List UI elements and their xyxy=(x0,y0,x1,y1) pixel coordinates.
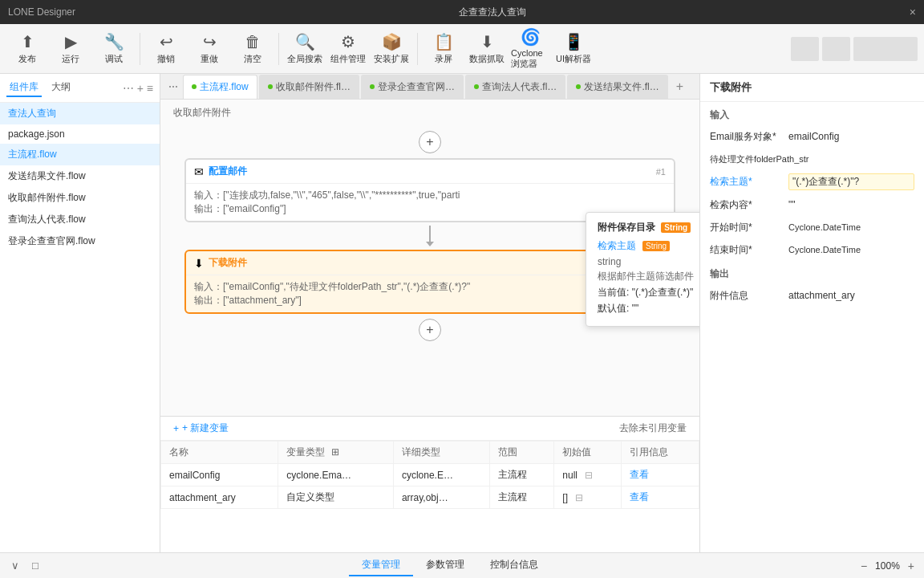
cell-initial: null ⊟ xyxy=(554,464,621,486)
sidebar-item-package[interactable]: package.json xyxy=(0,124,160,144)
sidebar-layout-icon[interactable]: ≡ xyxy=(147,82,153,95)
tab-main-flow[interactable]: 主流程.flow xyxy=(183,75,257,99)
record-button[interactable]: 📋 录屏 xyxy=(423,27,464,71)
zoom-out-button[interactable]: − xyxy=(857,560,870,572)
install-icon: 📦 xyxy=(382,32,402,51)
field-email-service: Email服务对象* emailConfig xyxy=(700,125,924,148)
right-panel: 下载附件 输入 Email服务对象* emailConfig 待处理文件fold… xyxy=(699,74,924,552)
close-button[interactable]: × xyxy=(910,6,916,18)
node-input: 输入：["连接成功,false,"\\","465",false,"\\","*… xyxy=(194,189,666,202)
tab-label: 主流程.flow xyxy=(200,80,249,94)
run-icon: ▶ xyxy=(65,32,77,51)
edit-icon[interactable]: ⊟ xyxy=(585,470,593,481)
undo-label: 撤销 xyxy=(157,53,175,65)
add-node-bottom-button[interactable]: + xyxy=(419,319,441,341)
cell-detail: array,obj… xyxy=(393,486,489,509)
tab-add-button[interactable]: + xyxy=(670,79,690,94)
field-value[interactable]: emailConfig xyxy=(788,131,914,142)
popup-desc: 根据邮件主题筛选邮件 xyxy=(598,270,699,283)
tab-receive-flow[interactable]: 收取邮件附件.fl… xyxy=(259,75,359,99)
field-label: 检索内容* xyxy=(710,198,782,212)
record-icon: 📋 xyxy=(434,32,454,51)
run-button[interactable]: ▶ 运行 xyxy=(50,27,91,71)
ui-icon: 📱 xyxy=(564,32,584,51)
download-button[interactable]: ⬇ 数据抓取 xyxy=(466,27,508,71)
undo-icon: ↩ xyxy=(160,32,173,51)
tab-outline[interactable]: 大纲 xyxy=(48,79,74,97)
tab-component-lib[interactable]: 组件库 xyxy=(6,79,42,97)
field-value[interactable]: Cyclone.DateTime xyxy=(788,222,914,232)
debug-button[interactable]: 🔧 调试 xyxy=(93,27,135,71)
tab-variable-mgmt[interactable]: 变量管理 xyxy=(349,555,413,576)
sep2 xyxy=(278,33,279,65)
sidebar-add-icon[interactable]: + xyxy=(137,82,144,95)
field-end-time: 结束时间* Cyclone.DateTime xyxy=(700,238,924,261)
table-row: attachment_ary 自定义类型 array,obj… 主流程 [] ⊟… xyxy=(161,486,699,509)
ref-link[interactable]: 查看 xyxy=(630,491,649,503)
ui-button[interactable]: 📱 UI解析器 xyxy=(553,27,594,71)
field-value: attachment_ary xyxy=(788,290,914,301)
tab-send-flow[interactable]: 发送结果文件.fl… xyxy=(567,75,667,99)
filter-icon[interactable]: ⊞ xyxy=(331,446,339,458)
connector-arrow xyxy=(426,242,434,246)
publish-label: 发布 xyxy=(18,53,36,65)
search-button[interactable]: 🔍 全局搜索 xyxy=(284,27,326,71)
download-icon: ⬇ xyxy=(480,32,494,51)
square-button[interactable]: □ xyxy=(27,558,43,573)
publish-button[interactable]: ⬆ 发布 xyxy=(6,27,48,71)
string-badge: String xyxy=(661,222,691,233)
sidebar-item-label: 登录企查查官网.flow xyxy=(8,235,95,246)
sidebar-item-query-flow[interactable]: 查询法人代表.flow xyxy=(0,209,160,230)
right-panel-title: 下载附件 xyxy=(700,74,924,102)
sidebar-more-icon[interactable]: ⋯ xyxy=(123,82,134,95)
field-value[interactable]: "" xyxy=(788,199,914,210)
popup-search-label: 检索主题 xyxy=(598,239,636,253)
app-name: LONE Designer xyxy=(8,6,75,18)
sidebar: 组件库 大纲 ⋯ + ≡ 查法人查询 package.json 主流程.flow… xyxy=(0,74,160,552)
content-area: ⋯ 主流程.flow 收取邮件附件.fl… 登录企查查官网… 查询法人代表.fl… xyxy=(160,74,699,552)
sidebar-item-label: 查询法人代表.flow xyxy=(8,214,86,225)
zoom-in-button[interactable]: + xyxy=(905,560,918,572)
field-label: 附件信息 xyxy=(710,289,782,303)
tab-console[interactable]: 控制台信息 xyxy=(477,555,551,576)
tab-more-icon[interactable]: ⋯ xyxy=(164,81,183,92)
col-initial: 初始值 xyxy=(554,442,621,464)
connector-line xyxy=(429,226,431,242)
field-value[interactable]: Cyclone.DateTime xyxy=(788,245,914,254)
install-button[interactable]: 📦 安装扩展 xyxy=(371,27,412,71)
sidebar-item-login-flow[interactable]: 登录企查查官网.flow xyxy=(0,230,160,252)
field-value[interactable]: "(.*)企查查(.*)"? xyxy=(788,173,914,190)
search-label: 全局搜索 xyxy=(287,53,322,65)
node-title: 配置邮件 xyxy=(209,165,651,178)
sidebar-item-project[interactable]: 查法人查询 xyxy=(0,103,160,124)
clear-button[interactable]: 🗑 清空 xyxy=(232,27,274,71)
edit-icon[interactable]: ⊟ xyxy=(575,492,583,503)
collapse-button[interactable]: ∨ xyxy=(6,558,24,573)
components-icon: ⚙ xyxy=(341,32,355,51)
add-node-top-button[interactable]: + xyxy=(419,131,441,153)
components-button[interactable]: ⚙ 组件管理 xyxy=(327,27,369,71)
redo-button[interactable]: ↪ 重做 xyxy=(188,27,230,71)
field-folder-path: 待处理文件folderPath_str xyxy=(700,148,924,170)
cyclone-icon: 🌀 xyxy=(521,27,541,47)
sidebar-item-receive-flow[interactable]: 收取邮件附件.flow xyxy=(0,187,160,209)
cell-ref: 查看 xyxy=(621,486,699,509)
sidebar-item-send-flow[interactable]: 发送结果文件.flow xyxy=(0,165,160,187)
redo-icon: ↪ xyxy=(203,32,217,51)
remove-unused-button[interactable]: 去除未引用变量 xyxy=(619,421,687,435)
cyclone-button[interactable]: 🌀 Cyclone浏览器 xyxy=(509,27,551,71)
tab-login-flow[interactable]: 登录企查查官网… xyxy=(361,75,464,99)
undo-button[interactable]: ↩ 撤销 xyxy=(145,27,187,71)
search-icon: 🔍 xyxy=(295,32,315,51)
cell-name: attachment_ary xyxy=(161,486,278,509)
bottom-bar: ∨ □ 变量管理 参数管理 控制台信息 − 100% + xyxy=(0,552,924,578)
sidebar-item-main-flow[interactable]: 主流程.flow xyxy=(0,144,160,165)
tab-query-flow[interactable]: 查询法人代表.fl… xyxy=(465,75,565,99)
cell-name: emailConfig xyxy=(161,464,278,486)
new-variable-button[interactable]: + + 新建变量 xyxy=(173,421,229,435)
ref-link[interactable]: 查看 xyxy=(630,469,649,480)
field-search-content: 检索内容* "" xyxy=(700,193,924,216)
download-label: 数据抓取 xyxy=(469,53,505,65)
tab-param-mgmt[interactable]: 参数管理 xyxy=(413,555,477,576)
field-label: 检索主题* xyxy=(710,175,782,189)
